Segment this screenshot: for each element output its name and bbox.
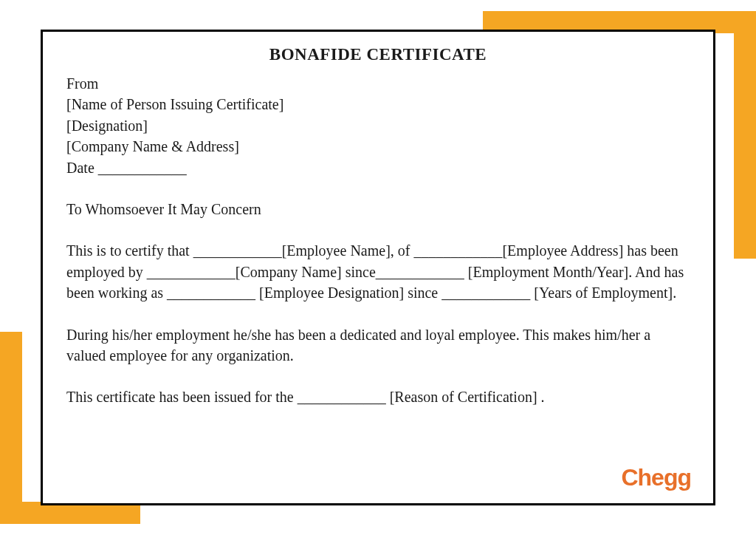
from-block: From [Name of Person Issuing Certificate… xyxy=(66,73,690,178)
certificate-frame: BONAFIDE CERTIFICATE From [Name of Perso… xyxy=(41,30,715,505)
salutation: To Whomsoever It May Concern xyxy=(66,199,690,219)
from-label: From xyxy=(66,73,690,94)
issuer-name: [Name of Person Issuing Certificate] xyxy=(66,94,690,115)
date-line: Date ____________ xyxy=(66,157,690,178)
issuer-designation: [Designation] xyxy=(66,115,690,136)
company-name-address: [Company Name & Address] xyxy=(66,136,690,157)
body-paragraph-3: This certificate has been issued for the… xyxy=(66,386,690,407)
certificate-title: BONAFIDE CERTIFICATE xyxy=(66,45,690,64)
body-paragraph-2: During his/her employment he/she has bee… xyxy=(66,324,690,367)
body-paragraph-1: This is to certify that ____________[Emp… xyxy=(66,240,690,303)
chegg-logo: Chegg xyxy=(621,464,691,491)
